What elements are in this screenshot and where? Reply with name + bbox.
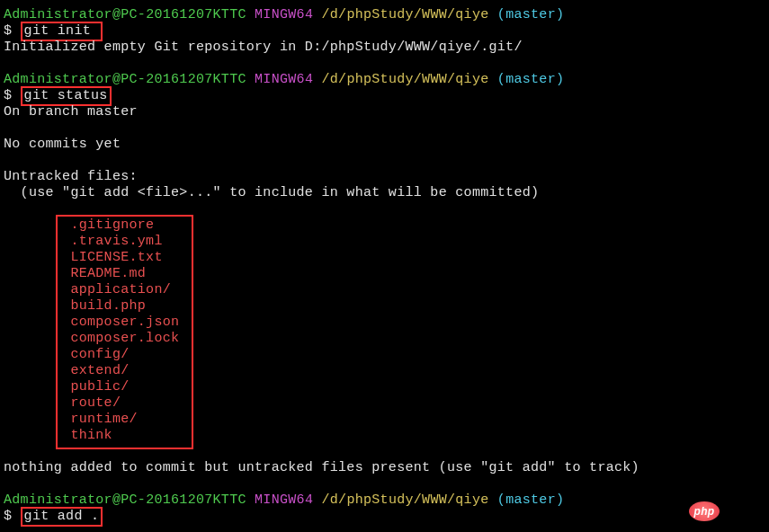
cmd-git-add: git add . [24, 509, 100, 524]
host: PC-20161207KTTC [121, 7, 246, 22]
prompt-line-3: Administrator@PC-20161207KTTC MINGW64 /d… [4, 492, 765, 509]
user: Administrator [4, 492, 112, 508]
command-line-3[interactable]: $ git add . [4, 509, 765, 525]
user: Administrator [4, 72, 112, 87]
path: /d/phpStudy/WWW/qiye [313, 72, 488, 87]
php-badge-icon: php [689, 501, 720, 521]
mingw: MINGW64 [246, 7, 313, 22]
no-commits: No commits yet [4, 137, 765, 153]
blank-line [4, 120, 765, 137]
user: Administrator [4, 7, 112, 22]
dollar: $ [4, 23, 21, 39]
branch: (master) [489, 72, 565, 87]
cmd-git-status: git status [24, 88, 108, 103]
cmd-git-init: git init [24, 23, 100, 39]
badge-text: php [694, 505, 715, 518]
at: @ [112, 72, 121, 87]
branch: (master) [489, 492, 565, 508]
host: PC-20161207KTTC [121, 72, 246, 87]
path: /d/phpStudy/WWW/qiye [313, 492, 488, 508]
prompt-line-2: Administrator@PC-20161207KTTC MINGW64 /d… [4, 72, 765, 88]
files-highlight-box [56, 215, 193, 449]
path: /d/phpStudy/WWW/qiye [313, 7, 488, 22]
init-output: Initialized empty Git repository in D:/p… [4, 40, 765, 56]
at: @ [112, 492, 121, 508]
prompt-line-1: Administrator@PC-20161207KTTC MINGW64 /d… [4, 7, 765, 23]
status-footer: nothing added to commit but untracked fi… [4, 460, 765, 476]
command-line-2[interactable]: $ git status [4, 88, 765, 104]
blank-line [4, 153, 765, 169]
blank-line [4, 56, 765, 72]
untracked-hint: (use "git add <file>..." to include in w… [4, 185, 765, 201]
host: PC-20161207KTTC [121, 492, 246, 508]
branch-info: On branch master [4, 104, 765, 120]
branch: (master) [489, 7, 565, 22]
dollar: $ [4, 509, 21, 524]
blank-line [4, 476, 765, 492]
mingw: MINGW64 [246, 492, 313, 508]
untracked-header: Untracked files: [4, 169, 765, 185]
command-line-1[interactable]: $ git init [4, 23, 765, 40]
dollar: $ [4, 88, 21, 103]
mingw: MINGW64 [246, 72, 313, 87]
at: @ [112, 7, 121, 22]
